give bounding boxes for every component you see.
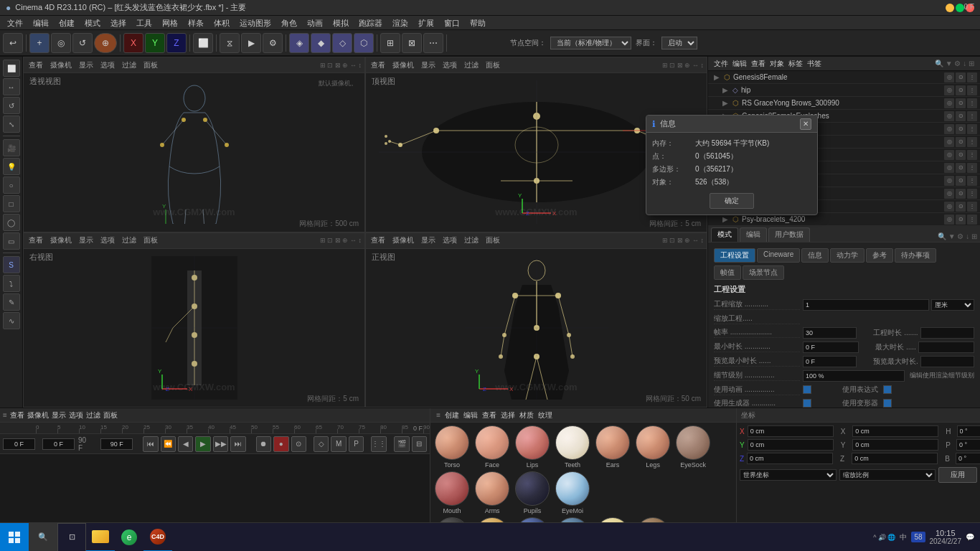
menu-volume[interactable]: 体积 — [209, 17, 234, 29]
stab-todo[interactable]: 待办事项 — [895, 248, 936, 263]
fps-input[interactable] — [803, 327, 857, 339]
vp-br-view[interactable]: 查看 — [369, 235, 387, 245]
vp-br-display[interactable]: 显示 — [419, 235, 438, 245]
vp-br-filter[interactable]: 过滤 — [462, 235, 481, 245]
undo-button[interactable]: ↩ — [3, 33, 23, 53]
dialog-close-btn[interactable]: ✕ — [800, 118, 811, 130]
more-btn[interactable]: ⋯ — [423, 33, 443, 53]
motion-btn[interactable]: M — [331, 436, 346, 452]
menu-simulate[interactable]: 模拟 — [329, 17, 353, 29]
tl-display[interactable]: 显示 — [52, 410, 66, 420]
menu-spline[interactable]: 样条 — [184, 17, 208, 29]
start-button[interactable] — [0, 523, 29, 552]
nodespace-select[interactable]: 当前（标准/物理） — [550, 37, 631, 50]
taskbar-taskview[interactable]: ⊡ — [57, 523, 86, 552]
vp-tr-filter[interactable]: 过滤 — [462, 60, 481, 70]
menu-mode[interactable]: 模式 — [80, 17, 105, 29]
tree-rs-brows[interactable]: ▶ ⬡ RS GraceYong Brows_300990 ◎⊙⋮ — [708, 97, 980, 110]
z1-input[interactable] — [747, 453, 833, 464]
stab-cineware[interactable]: Cineware — [757, 248, 800, 263]
use-anim-check[interactable] — [803, 385, 811, 394]
tool-camera[interactable]: 🎥 — [3, 139, 20, 156]
motion-clip-btn[interactable]: 🎬 — [394, 436, 409, 452]
vp-bl-panel[interactable]: 面板 — [141, 235, 160, 245]
more-options-btn[interactable]: ⋮⋮ — [371, 436, 387, 452]
menu-mesh[interactable]: 网格 — [158, 17, 182, 29]
x2-input[interactable] — [852, 425, 938, 437]
vp-tr-options[interactable]: 选项 — [440, 60, 459, 70]
tool-scale[interactable]: ⤡ — [3, 116, 20, 133]
vp-tl-options[interactable]: 选项 — [98, 60, 117, 70]
start-frame-input[interactable] — [3, 438, 35, 450]
tool-new[interactable]: ⬜ — [3, 60, 20, 77]
tl-camera[interactable]: 摄像机 — [27, 410, 49, 420]
tool-select-obj[interactable]: S — [3, 256, 20, 273]
coord-system-select[interactable]: 世界坐标 对象坐标 — [740, 469, 837, 481]
tool-paint[interactable]: ✎ — [3, 293, 20, 311]
rotate-tool[interactable]: ↺ — [72, 33, 93, 53]
play-back-btn[interactable]: ◀ — [178, 436, 193, 452]
stab-framevals[interactable]: 帧值 — [714, 265, 741, 280]
menu-mograph[interactable]: 运动图形 — [235, 17, 275, 29]
material-legs[interactable]: Legs — [634, 425, 672, 468]
axis-y[interactable]: Y — [145, 33, 165, 53]
axis-z[interactable]: Z — [166, 33, 187, 53]
vp-tl-camera[interactable]: 摄像机 — [48, 60, 74, 70]
mat-edit[interactable]: 编辑 — [463, 410, 478, 420]
vp-bl-view[interactable]: 查看 — [27, 235, 45, 245]
vp-tl-panel[interactable]: 面板 — [141, 60, 160, 70]
scale-tool[interactable]: ⊕ — [94, 33, 117, 53]
duration-input[interactable] — [920, 327, 974, 339]
record-btn[interactable]: ⏺ — [256, 436, 271, 452]
snap-btn[interactable]: ⊞ — [380, 33, 400, 53]
h-input[interactable] — [957, 425, 980, 437]
prevmin-input[interactable] — [803, 356, 857, 367]
use-expr-check[interactable] — [883, 385, 892, 394]
menu-tools[interactable]: 工具 — [132, 17, 156, 29]
material-face[interactable]: Face — [473, 425, 511, 468]
viewport-perspective[interactable]: 查看 摄像机 显示 选项 过滤 面板 ⊞ ⊡ ⊠ ⊕ ↔ ↕ — [23, 57, 365, 232]
tl-filter[interactable]: 过滤 — [86, 410, 100, 420]
tl-view[interactable]: 查看 — [10, 410, 24, 420]
prev-frame-btn[interactable]: ⏪ — [161, 436, 176, 452]
viewport-right[interactable]: 查看 摄像机 显示 选项 过滤 面板 ⊞ ⊡ ⊠ ⊕ ↔ ↕ — [23, 232, 365, 408]
menu-select[interactable]: 选择 — [106, 17, 131, 29]
material-teeth[interactable]: Teeth — [554, 425, 591, 468]
menu-render[interactable]: 渲染 — [388, 17, 413, 29]
taskbar-cinema4d[interactable]: C4D — [143, 523, 172, 552]
y1-input[interactable] — [748, 439, 834, 451]
stab-dynamics[interactable]: 动力学 — [830, 248, 864, 263]
menu-character[interactable]: 角色 — [277, 17, 301, 29]
material-ears[interactable]: Ears — [594, 425, 631, 468]
select-tool[interactable]: ◎ — [51, 33, 71, 53]
z2-input[interactable] — [852, 453, 938, 464]
tool-deform[interactable]: ⤵ — [3, 275, 20, 292]
stab-scenenodes[interactable]: 场景节点 — [743, 265, 784, 280]
menu-tracker[interactable]: 跑踪器 — [354, 17, 387, 29]
timeline-btn[interactable]: ⧖ — [220, 33, 240, 53]
material-mouth[interactable]: Mouth — [433, 471, 471, 514]
mat-texture[interactable]: 纹理 — [538, 410, 552, 420]
tool-sculpt[interactable]: ∿ — [3, 312, 20, 329]
mat-select[interactable]: 选择 — [501, 410, 515, 420]
mat-material[interactable]: 材质 — [519, 410, 534, 420]
play-fwd-fast-btn[interactable]: ▶▶ — [213, 436, 228, 452]
render-prev[interactable]: ▶ — [241, 33, 261, 53]
vp-tl-filter[interactable]: 过滤 — [120, 60, 138, 70]
st-tag[interactable]: 标签 — [788, 59, 803, 69]
vp-tr-display[interactable]: 显示 — [419, 60, 438, 70]
tool-move[interactable]: ↔ — [3, 78, 20, 95]
b-input[interactable] — [956, 453, 980, 464]
vp-br-options[interactable]: 选项 — [440, 235, 459, 245]
taskbar-browser[interactable]: e — [115, 523, 143, 552]
maximize-button[interactable] — [956, 4, 964, 12]
tab-mode[interactable]: 模式 — [711, 227, 738, 242]
menu-create[interactable]: 创建 — [55, 17, 79, 29]
vp-br-camera[interactable]: 摄像机 — [390, 235, 416, 245]
tool-light[interactable]: 💡 — [3, 158, 20, 175]
object-mode[interactable]: ◈ — [289, 33, 309, 53]
tab-edit[interactable]: 编辑 — [740, 227, 767, 242]
tree-genesis8female[interactable]: ▶ ⬡ Genesis8Female ◎⊙⋮ — [708, 71, 980, 84]
menu-help[interactable]: 帮助 — [466, 17, 490, 29]
menu-file[interactable]: 文件 — [3, 17, 27, 29]
